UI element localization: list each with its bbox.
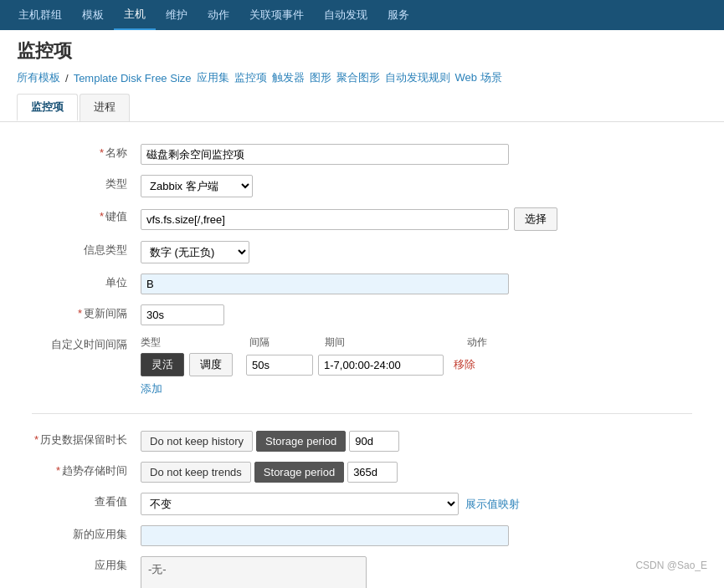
update-interval-input[interactable]	[141, 304, 224, 325]
interval-col-action: 动作	[467, 335, 517, 350]
breadcrumb: 所有模板 / Template Disk Free Size 应用集 监控项 触…	[17, 70, 707, 85]
key-label: *键值	[25, 202, 134, 236]
new-app-cell	[134, 520, 699, 551]
breadcrumb-trigger[interactable]: 触发器	[272, 70, 305, 85]
interval-period-input[interactable]	[318, 355, 444, 376]
breadcrumb-monitor[interactable]: 监控项	[234, 70, 267, 85]
history-value-input[interactable]	[349, 431, 399, 452]
breadcrumb-aggregate[interactable]: 聚合图形	[336, 70, 380, 85]
tab-process[interactable]: 进程	[80, 94, 130, 121]
valuemap-cell: 不变 展示值映射	[134, 488, 699, 520]
interval-scheduling-btn[interactable]: 调度	[189, 353, 233, 376]
form-table: *名称 类型 Zabbix 客户端SNMP v1SNMP v2cSNMP v3Z…	[25, 139, 699, 588]
info-type-cell: 数字 (无正负)浮点数字符文本日志	[134, 236, 699, 268]
trends-label: *趋势存储时间	[25, 457, 134, 488]
main-content: *名称 类型 Zabbix 客户端SNMP v1SNMP v2cSNMP v3Z…	[0, 122, 724, 588]
breadcrumb-sep1: /	[65, 72, 69, 84]
nav-host-group[interactable]: 主机群组	[8, 1, 72, 29]
unit-input[interactable]	[141, 274, 509, 294]
interval-flexible-btn[interactable]: 灵活	[141, 353, 184, 376]
trends-no-keep[interactable]: Do not keep trends	[141, 462, 251, 483]
top-navigation: 主机群组 模板 主机 维护 动作 关联项事件 自动发现 服务	[0, 0, 724, 30]
info-type-select[interactable]: 数字 (无正负)浮点数字符文本日志	[141, 241, 249, 263]
nav-service[interactable]: 服务	[377, 1, 419, 29]
interval-col-type: 类型	[141, 335, 241, 350]
history-storage-btn[interactable]: Storage period	[256, 431, 346, 452]
breadcrumb-all-templates[interactable]: 所有模板	[17, 70, 60, 85]
type-label: 类型	[25, 170, 134, 202]
custom-interval-label: 自定义时间间隔	[25, 330, 134, 401]
breadcrumb-template-name[interactable]: Template Disk Free Size	[74, 72, 192, 84]
tab-monitor[interactable]: 监控项	[17, 94, 78, 121]
history-label: *历史数据保留时长	[25, 426, 134, 457]
valuemap-select[interactable]: 不变	[141, 493, 459, 515]
nav-maintenance[interactable]: 维护	[156, 1, 198, 29]
key-select-button[interactable]: 选择	[514, 207, 557, 231]
nav-auto-discovery[interactable]: 自动发现	[314, 1, 377, 29]
type-cell: Zabbix 客户端SNMP v1SNMP v2cSNMP v3Zabbix 内…	[134, 170, 699, 202]
type-select[interactable]: Zabbix 客户端SNMP v1SNMP v2cSNMP v3Zabbix 内…	[141, 175, 253, 197]
name-cell	[134, 139, 699, 170]
add-interval-btn[interactable]: 添加	[141, 381, 162, 396]
valuemap-link[interactable]: 展示值映射	[465, 497, 520, 512]
breadcrumb-auto-discovery-rule[interactable]: 自动发现规则	[385, 70, 450, 85]
update-interval-cell	[134, 299, 699, 330]
page-header: 监控项 所有模板 / Template Disk Free Size 应用集 监…	[0, 30, 724, 122]
valuemap-label: 查看值	[25, 488, 134, 520]
app-label: 应用集	[25, 551, 134, 588]
breadcrumb-web-scene[interactable]: Web 场景	[455, 70, 502, 85]
new-app-input[interactable]	[141, 525, 509, 546]
new-app-label: 新的应用集	[25, 520, 134, 551]
interval-col-period: 期间	[325, 335, 459, 350]
interval-gap-input[interactable]	[246, 355, 313, 376]
interval-row: 灵活 调度 移除	[141, 353, 692, 376]
trends-cell: Do not keep trends Storage period	[134, 457, 699, 488]
key-cell: 选择	[134, 202, 699, 236]
sub-tabs: 监控项 进程	[17, 94, 707, 121]
watermark: CSDN @Sao_E	[635, 560, 707, 571]
trends-value-input[interactable]	[347, 462, 398, 483]
history-cell: Do not keep history Storage period	[134, 426, 699, 457]
unit-cell	[134, 268, 699, 299]
name-input[interactable]	[141, 144, 509, 165]
nav-related-events[interactable]: 关联项事件	[239, 1, 314, 29]
nav-template[interactable]: 模板	[72, 1, 114, 29]
update-interval-label: *更新间隔	[25, 299, 134, 330]
trends-storage-btn[interactable]: Storage period	[254, 462, 344, 483]
app-list: -无-	[141, 556, 367, 588]
breadcrumb-graph[interactable]: 图形	[310, 70, 331, 85]
key-input[interactable]	[141, 209, 509, 230]
app-list-item: -无-	[145, 560, 362, 579]
nav-host[interactable]: 主机	[114, 0, 156, 30]
custom-interval-cell: 类型 间隔 期间 动作 灵活 调度 移除 添加	[134, 330, 699, 401]
nav-action[interactable]: 动作	[198, 1, 239, 29]
interval-remove-btn[interactable]: 移除	[449, 355, 480, 374]
app-cell: -无-	[134, 551, 699, 588]
interval-col-gap: 间隔	[249, 335, 316, 350]
page-title: 监控项	[17, 38, 707, 64]
unit-label: 单位	[25, 268, 134, 299]
name-label: *名称	[25, 139, 134, 170]
history-no-keep[interactable]: Do not keep history	[141, 431, 253, 452]
info-type-label: 信息类型	[25, 236, 134, 268]
breadcrumb-app-set[interactable]: 应用集	[197, 70, 229, 85]
